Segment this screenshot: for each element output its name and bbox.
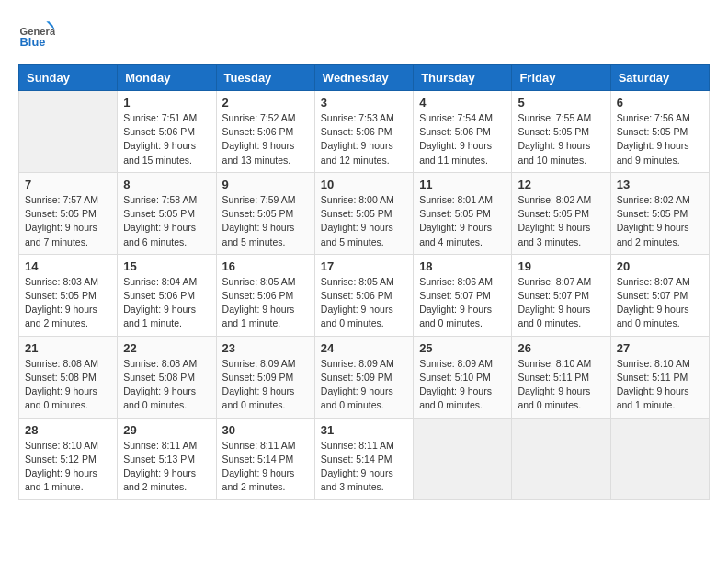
day-number: 31 xyxy=(321,423,407,437)
weekday-header-sunday: Sunday xyxy=(19,65,118,91)
day-info: Sunrise: 8:07 AMSunset: 5:07 PMDaylight:… xyxy=(518,275,604,331)
day-info: Sunrise: 8:08 AMSunset: 5:08 PMDaylight:… xyxy=(25,357,111,413)
day-cell: 5Sunrise: 7:55 AMSunset: 5:05 PMDaylight… xyxy=(512,91,610,173)
day-cell: 17Sunrise: 8:05 AMSunset: 5:06 PMDayligh… xyxy=(314,254,413,336)
weekday-header-monday: Monday xyxy=(118,65,216,91)
day-cell: 29Sunrise: 8:11 AMSunset: 5:13 PMDayligh… xyxy=(118,418,216,500)
day-info: Sunrise: 8:08 AMSunset: 5:08 PMDaylight:… xyxy=(123,357,210,413)
day-number: 23 xyxy=(222,341,309,355)
day-number: 30 xyxy=(222,423,309,437)
day-cell: 23Sunrise: 8:09 AMSunset: 5:09 PMDayligh… xyxy=(216,336,314,418)
day-info: Sunrise: 7:55 AMSunset: 5:05 PMDaylight:… xyxy=(518,111,604,167)
day-info: Sunrise: 8:02 AMSunset: 5:05 PMDaylight:… xyxy=(617,193,703,249)
day-info: Sunrise: 8:00 AMSunset: 5:05 PMDaylight:… xyxy=(321,193,407,249)
week-row-5: 28Sunrise: 8:10 AMSunset: 5:12 PMDayligh… xyxy=(19,418,710,500)
day-number: 1 xyxy=(123,96,210,109)
day-cell: 16Sunrise: 8:05 AMSunset: 5:06 PMDayligh… xyxy=(216,254,314,336)
day-number: 8 xyxy=(123,178,210,191)
day-cell: 1Sunrise: 7:51 AMSunset: 5:06 PMDaylight… xyxy=(118,91,216,173)
day-info: Sunrise: 7:57 AMSunset: 5:05 PMDaylight:… xyxy=(25,193,111,249)
day-number: 17 xyxy=(321,259,407,273)
day-cell: 25Sunrise: 8:09 AMSunset: 5:10 PMDayligh… xyxy=(414,336,512,418)
day-cell: 22Sunrise: 8:08 AMSunset: 5:08 PMDayligh… xyxy=(118,336,216,418)
day-number: 28 xyxy=(25,423,111,437)
day-cell: 9Sunrise: 7:59 AMSunset: 5:05 PMDaylight… xyxy=(216,172,314,254)
day-info: Sunrise: 8:04 AMSunset: 5:06 PMDaylight:… xyxy=(123,275,210,331)
day-cell: 24Sunrise: 8:09 AMSunset: 5:09 PMDayligh… xyxy=(314,336,413,418)
day-cell: 14Sunrise: 8:03 AMSunset: 5:05 PMDayligh… xyxy=(19,254,118,336)
weekday-header-tuesday: Tuesday xyxy=(216,65,314,91)
day-cell: 11Sunrise: 8:01 AMSunset: 5:05 PMDayligh… xyxy=(414,172,512,254)
day-info: Sunrise: 8:03 AMSunset: 5:05 PMDaylight:… xyxy=(25,275,111,331)
day-cell: 2Sunrise: 7:52 AMSunset: 5:06 PMDaylight… xyxy=(216,91,314,173)
day-number: 16 xyxy=(222,259,309,273)
day-cell: 8Sunrise: 7:58 AMSunset: 5:05 PMDaylight… xyxy=(118,172,216,254)
day-number: 29 xyxy=(123,423,210,437)
day-number: 3 xyxy=(321,96,407,109)
day-info: Sunrise: 8:11 AMSunset: 5:13 PMDaylight:… xyxy=(123,439,210,495)
weekday-header-friday: Friday xyxy=(512,65,610,91)
day-number: 9 xyxy=(222,178,309,191)
day-number: 15 xyxy=(123,259,210,273)
day-cell: 20Sunrise: 8:07 AMSunset: 5:07 PMDayligh… xyxy=(610,254,709,336)
day-info: Sunrise: 8:01 AMSunset: 5:05 PMDaylight:… xyxy=(419,193,506,249)
day-info: Sunrise: 7:58 AMSunset: 5:05 PMDaylight:… xyxy=(123,193,210,249)
day-number: 11 xyxy=(419,178,506,191)
day-cell xyxy=(512,418,610,500)
day-cell: 3Sunrise: 7:53 AMSunset: 5:06 PMDaylight… xyxy=(314,91,413,173)
day-cell: 4Sunrise: 7:54 AMSunset: 5:06 PMDaylight… xyxy=(414,91,512,173)
day-number: 7 xyxy=(25,178,111,191)
day-cell: 12Sunrise: 8:02 AMSunset: 5:05 PMDayligh… xyxy=(512,172,610,254)
day-number: 12 xyxy=(518,178,604,191)
day-number: 27 xyxy=(617,341,703,355)
day-cell: 21Sunrise: 8:08 AMSunset: 5:08 PMDayligh… xyxy=(19,336,118,418)
day-info: Sunrise: 7:54 AMSunset: 5:06 PMDaylight:… xyxy=(419,111,506,167)
day-cell: 10Sunrise: 8:00 AMSunset: 5:05 PMDayligh… xyxy=(314,172,413,254)
day-cell: 26Sunrise: 8:10 AMSunset: 5:11 PMDayligh… xyxy=(512,336,610,418)
day-cell xyxy=(610,418,709,500)
day-info: Sunrise: 8:09 AMSunset: 5:09 PMDaylight:… xyxy=(321,357,407,413)
weekday-header-wednesday: Wednesday xyxy=(314,65,413,91)
day-number: 21 xyxy=(25,341,111,355)
day-info: Sunrise: 8:06 AMSunset: 5:07 PMDaylight:… xyxy=(419,275,506,331)
week-row-2: 7Sunrise: 7:57 AMSunset: 5:05 PMDaylight… xyxy=(19,172,710,254)
logo-icon: General Blue xyxy=(18,18,55,55)
day-cell: 31Sunrise: 8:11 AMSunset: 5:14 PMDayligh… xyxy=(314,418,413,500)
day-cell xyxy=(414,418,512,500)
day-info: Sunrise: 7:52 AMSunset: 5:06 PMDaylight:… xyxy=(222,111,309,167)
week-row-1: 1Sunrise: 7:51 AMSunset: 5:06 PMDaylight… xyxy=(19,91,710,173)
day-number: 5 xyxy=(518,96,604,109)
day-cell: 15Sunrise: 8:04 AMSunset: 5:06 PMDayligh… xyxy=(118,254,216,336)
day-number: 26 xyxy=(518,341,604,355)
weekday-header-thursday: Thursday xyxy=(414,65,512,91)
day-info: Sunrise: 7:56 AMSunset: 5:05 PMDaylight:… xyxy=(617,111,703,167)
calendar: SundayMondayTuesdayWednesdayThursdayFrid… xyxy=(18,64,710,500)
day-number: 19 xyxy=(518,259,604,273)
day-info: Sunrise: 8:07 AMSunset: 5:07 PMDaylight:… xyxy=(617,275,703,331)
day-cell: 6Sunrise: 7:56 AMSunset: 5:05 PMDaylight… xyxy=(610,91,709,173)
day-number: 14 xyxy=(25,259,111,273)
day-info: Sunrise: 8:11 AMSunset: 5:14 PMDaylight:… xyxy=(321,439,407,495)
day-cell: 30Sunrise: 8:11 AMSunset: 5:14 PMDayligh… xyxy=(216,418,314,500)
day-number: 18 xyxy=(419,259,506,273)
day-info: Sunrise: 8:10 AMSunset: 5:11 PMDaylight:… xyxy=(617,357,703,413)
day-number: 10 xyxy=(321,178,407,191)
day-cell: 28Sunrise: 8:10 AMSunset: 5:12 PMDayligh… xyxy=(19,418,118,500)
day-number: 2 xyxy=(222,96,309,109)
day-cell: 27Sunrise: 8:10 AMSunset: 5:11 PMDayligh… xyxy=(610,336,709,418)
day-info: Sunrise: 7:51 AMSunset: 5:06 PMDaylight:… xyxy=(123,111,210,167)
weekday-header-row: SundayMondayTuesdayWednesdayThursdayFrid… xyxy=(19,65,710,91)
week-row-4: 21Sunrise: 8:08 AMSunset: 5:08 PMDayligh… xyxy=(19,336,710,418)
day-info: Sunrise: 8:05 AMSunset: 5:06 PMDaylight:… xyxy=(321,275,407,331)
day-number: 25 xyxy=(419,341,506,355)
day-info: Sunrise: 8:05 AMSunset: 5:06 PMDaylight:… xyxy=(222,275,309,331)
day-info: Sunrise: 8:02 AMSunset: 5:05 PMDaylight:… xyxy=(518,193,604,249)
day-cell: 19Sunrise: 8:07 AMSunset: 5:07 PMDayligh… xyxy=(512,254,610,336)
day-cell: 7Sunrise: 7:57 AMSunset: 5:05 PMDaylight… xyxy=(19,172,118,254)
logo: General Blue xyxy=(18,18,61,55)
day-number: 6 xyxy=(617,96,703,109)
day-cell xyxy=(19,91,118,173)
day-info: Sunrise: 7:53 AMSunset: 5:06 PMDaylight:… xyxy=(321,111,407,167)
day-cell: 18Sunrise: 8:06 AMSunset: 5:07 PMDayligh… xyxy=(414,254,512,336)
day-info: Sunrise: 7:59 AMSunset: 5:05 PMDaylight:… xyxy=(222,193,309,249)
